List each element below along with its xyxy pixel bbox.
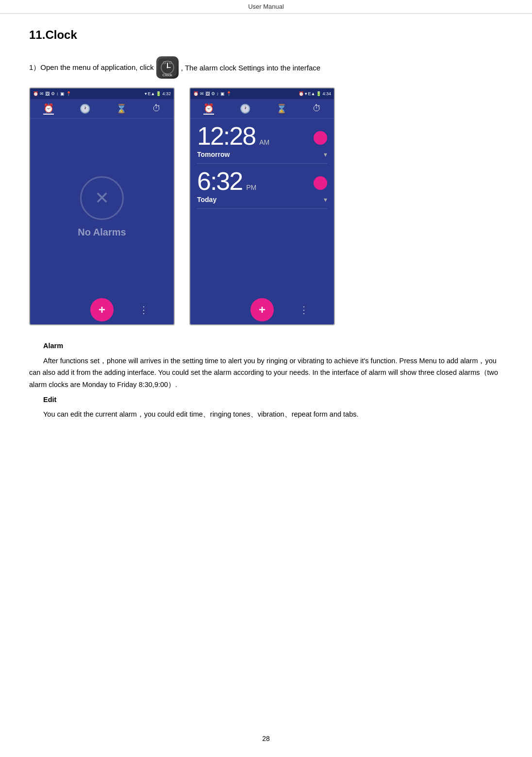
tab-clock-right[interactable]: 🕐 xyxy=(240,103,250,114)
alarm-status-icon: ⏰ xyxy=(33,91,38,96)
phone-bottom-right: + ⋮ xyxy=(190,295,334,324)
tab-clock-left[interactable]: 🕐 xyxy=(80,103,90,114)
edit-body-para: You can edit the current alarm，you could… xyxy=(29,408,503,421)
pin-icon: 📍 xyxy=(66,91,71,96)
sync-icon: ↕ xyxy=(56,91,59,96)
screenshots-row: ⏰ ✉ 🖼 ⚙ ↕ ▣ 📍 ▾ E▲ 🔋 4:32 ⏰ 🕐 xyxy=(29,87,503,325)
step1-line: 1）Open the menu of application, click Cl… xyxy=(29,56,503,79)
alarm2-label-row: Today ▾ xyxy=(197,196,327,203)
no-alarms-icon: ✕ xyxy=(80,176,124,220)
sms-icon: ▣ xyxy=(60,91,65,96)
page-content: 11.Clock 1）Open the menu of application,… xyxy=(0,14,532,453)
alarm1-label-row: Tomorrow ▾ xyxy=(197,151,327,158)
no-alarms-text: No Alarms xyxy=(78,227,126,238)
clock-app-icon[interactable]: Clock xyxy=(156,56,179,79)
alarm2-toggle[interactable] xyxy=(314,176,327,190)
alarm2-ampm: PM xyxy=(246,184,256,191)
no-alarms-container: ✕ No Alarms xyxy=(78,118,126,295)
edit-heading: Edit xyxy=(43,396,56,404)
clock-icon-label: Clock xyxy=(156,73,179,77)
tab-stopwatch-right[interactable]: ⏱ xyxy=(313,103,321,114)
page-number: 28 xyxy=(0,735,532,742)
text-section: Alarm After functions set，phone will arr… xyxy=(29,340,503,421)
alarm-status-r: ⏰ xyxy=(299,91,304,96)
status-left-icons: ⏰ ✉ 🖼 ⚙ ↕ ▣ 📍 xyxy=(33,91,71,96)
tab-timer-right[interactable]: ⌛ xyxy=(276,103,287,114)
phone-right: ⏰ ✉ 🖼 ⚙ ↕ ▣ 📍 ⏰ ▾ E▲ 🔋 4:34 ⏰ xyxy=(189,87,335,325)
alarm-heading-para: Alarm xyxy=(29,340,503,352)
alarm-time-row-2: 6:32 PM xyxy=(197,168,327,194)
time-left: 4:32 xyxy=(162,91,171,96)
tab-bar-right: ⏰ 🕐 ⌛ ⏱ xyxy=(190,99,334,118)
phone-bottom-left: + ⋮ xyxy=(30,295,174,324)
fab-add-left[interactable]: + xyxy=(90,298,114,321)
section-title: 11.Clock xyxy=(29,28,503,42)
alarm-time-row-1: 12:28 AM xyxy=(197,123,327,149)
status-bar-right: ⏰ ✉ 🖼 ⚙ ↕ ▣ 📍 ⏰ ▾ E▲ 🔋 4:34 xyxy=(190,88,334,99)
wifi-icon: ▾ xyxy=(145,91,147,96)
alarm-body-para: After functions set，phone will arrives i… xyxy=(29,355,503,391)
alarm2-label: Today xyxy=(197,196,216,203)
phone-left: ⏰ ✉ 🖼 ⚙ ↕ ▣ 📍 ▾ E▲ 🔋 4:32 ⏰ 🕐 xyxy=(29,87,175,325)
step1-suffix: , The alarm clock Settings into the inte… xyxy=(181,64,320,72)
status-right-r: ⏰ ▾ E▲ 🔋 4:34 xyxy=(299,91,331,96)
tab-alarm-left[interactable]: ⏰ xyxy=(43,103,54,115)
time-right: 4:34 xyxy=(322,91,331,96)
msg-icon: ✉ xyxy=(40,91,44,96)
pin-icon-r: 📍 xyxy=(226,91,232,96)
status-right: ▾ E▲ 🔋 4:32 xyxy=(145,91,171,96)
alarm-icon-r: ⏰ xyxy=(193,91,199,96)
page-header: User Manual xyxy=(0,0,532,14)
tab-bar-left: ⏰ 🕐 ⌛ ⏱ xyxy=(30,99,174,118)
battery-r: 🔋 xyxy=(316,91,321,96)
tab-stopwatch-left[interactable]: ⏱ xyxy=(152,103,161,114)
alarm-item-2: 6:32 PM Today ▾ xyxy=(197,168,327,209)
svg-point-4 xyxy=(166,67,168,68)
sms-icon-r: ▣ xyxy=(220,91,225,96)
step1-prefix: 1）Open the menu of application, click xyxy=(29,63,154,72)
no-alarms-x: ✕ xyxy=(95,188,109,208)
edit-heading-para: Edit xyxy=(29,394,503,406)
alarm-list-body: 12:28 AM Tomorrow ▾ 6:32 PM xyxy=(190,118,334,295)
alarm1-time: 12:28 xyxy=(197,123,255,149)
fab-add-right[interactable]: + xyxy=(250,298,274,321)
alarm1-label: Tomorrow xyxy=(197,151,230,158)
photo-icon-r: 🖼 xyxy=(205,91,210,96)
alarm2-time: 6:32 xyxy=(197,168,242,194)
usb-icon-r: ⚙ xyxy=(211,91,215,96)
more-menu-right[interactable]: ⋮ xyxy=(299,304,309,316)
sync-icon-r: ↕ xyxy=(216,91,219,96)
tab-timer-left[interactable]: ⌛ xyxy=(116,103,127,114)
msg-icon-r: ✉ xyxy=(200,91,204,96)
photo-icon: 🖼 xyxy=(45,91,50,96)
signal-icon: E▲ xyxy=(148,91,155,96)
alarm-item-1: 12:28 AM Tomorrow ▾ xyxy=(197,123,327,164)
status-left-icons-right: ⏰ ✉ 🖼 ⚙ ↕ ▣ 📍 xyxy=(193,91,232,96)
tab-alarm-right[interactable]: ⏰ xyxy=(203,103,214,115)
phone-body-left: ✕ No Alarms xyxy=(30,118,174,295)
usb-icon: ⚙ xyxy=(51,91,55,96)
header-text: User Manual xyxy=(248,3,284,10)
alarm-heading: Alarm xyxy=(43,342,63,350)
status-bar-left: ⏰ ✉ 🖼 ⚙ ↕ ▣ 📍 ▾ E▲ 🔋 4:32 xyxy=(30,88,174,99)
battery-icon: 🔋 xyxy=(156,91,161,96)
alarm1-toggle[interactable] xyxy=(314,131,327,145)
more-menu-left[interactable]: ⋮ xyxy=(139,304,149,316)
alarm1-chevron[interactable]: ▾ xyxy=(324,151,327,158)
wifi-r: ▾ xyxy=(305,91,307,96)
alarm1-ampm: AM xyxy=(259,138,269,146)
alarm2-chevron[interactable]: ▾ xyxy=(324,196,327,203)
signal-r: E▲ xyxy=(308,91,316,96)
